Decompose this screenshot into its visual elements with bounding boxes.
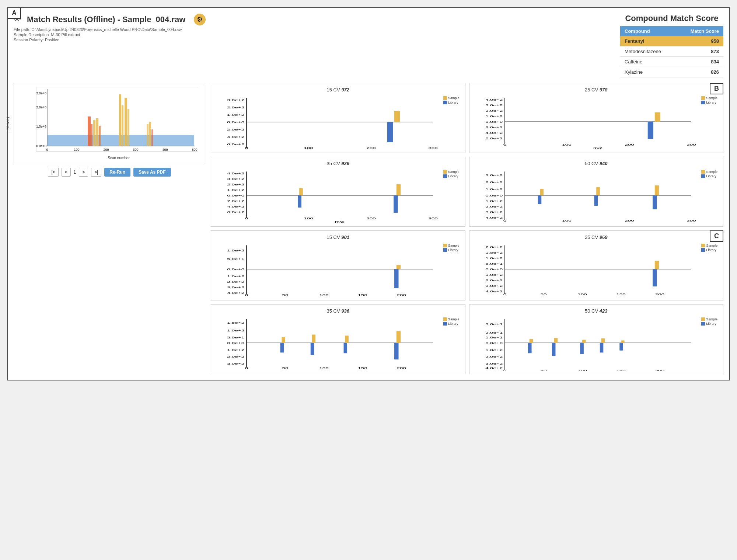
- svg-text:400: 400: [162, 148, 168, 152]
- svg-rect-17: [147, 124, 149, 146]
- svg-rect-14: [122, 105, 123, 146]
- last-page-button[interactable]: >|: [91, 168, 101, 177]
- cv-score-926: 926: [341, 161, 349, 166]
- library-label: Library: [448, 322, 458, 326]
- svg-rect-52: [654, 112, 660, 122]
- svg-text:0.0e+0: 0.0e+0: [485, 268, 503, 271]
- pagination-row: |< < 1 > >| Re-Run Save As PDF: [14, 168, 205, 177]
- chromatogram-chart: 3.0e+8 2.0e+8 1.0e+8 0.0e+0: [36, 87, 198, 153]
- svg-text:3.0e+2: 3.0e+2: [485, 211, 503, 214]
- next-page-button[interactable]: >: [79, 168, 88, 177]
- sample-label: Sample: [448, 244, 460, 247]
- svg-rect-88: [540, 189, 544, 195]
- svg-rect-128: [653, 269, 657, 286]
- library-label: Library: [706, 248, 716, 252]
- svg-text:0: 0: [245, 217, 248, 220]
- svg-text:100: 100: [562, 219, 572, 222]
- svg-text:100: 100: [562, 143, 572, 146]
- svg-text:200: 200: [397, 366, 406, 370]
- section-b-label: B: [710, 83, 723, 94]
- compound-name: Metodesnitazene: [620, 46, 677, 57]
- svg-text:2.0e+2: 2.0e+2: [227, 128, 244, 131]
- sample-legend-box: [701, 244, 705, 247]
- prev-page-button[interactable]: <: [62, 168, 71, 177]
- sample-label: Sample: [448, 170, 460, 174]
- gear-button[interactable]: ⚙: [194, 14, 206, 25]
- svg-text:100: 100: [74, 148, 79, 152]
- svg-text:1.0e+2: 1.0e+2: [227, 275, 244, 278]
- svg-text:0.0e+0: 0.0e+0: [485, 341, 503, 345]
- svg-text:0.0e+0: 0.0e+0: [485, 194, 503, 197]
- sample-legend-box: [701, 96, 705, 100]
- svg-text:1.5e+2: 1.5e+2: [227, 321, 244, 325]
- svg-text:4.0e+2: 4.0e+2: [227, 135, 244, 139]
- chrom-x-label: Scan number: [36, 156, 201, 160]
- chart-card-25cv-969: 25 CV 969 2.0e+2 1.5e+2 1.0e+2 5.0e+1 0.…: [469, 230, 724, 300]
- svg-text:150: 150: [358, 366, 367, 370]
- svg-text:0.0e+0: 0.0e+0: [227, 341, 244, 345]
- svg-rect-148: [280, 343, 284, 352]
- rerun-button[interactable]: Re-Run: [104, 168, 130, 177]
- svg-text:3.0e+2: 3.0e+2: [227, 98, 244, 102]
- svg-text:0.0e+0: 0.0e+0: [227, 268, 244, 271]
- svg-text:2.0e+2: 2.0e+2: [485, 205, 503, 208]
- svg-rect-109: [394, 269, 398, 288]
- corner-label-a: A: [7, 7, 21, 19]
- svg-text:2.0e+2: 2.0e+2: [485, 109, 503, 112]
- chart-title-35cv-926: 35 CV 926: [215, 161, 461, 166]
- library-legend-box: [443, 248, 447, 252]
- sample-legend-label: Sample: [448, 96, 460, 100]
- svg-text:0: 0: [245, 293, 248, 297]
- chart-card-50cv-940: 50 CV 940 3.0e+2 2.0e+2 1.0e+2 0.0e+0 1.…: [469, 157, 724, 227]
- svg-rect-91: [538, 195, 541, 204]
- svg-text:1.0e+2: 1.0e+2: [485, 199, 503, 203]
- chart-grid-row3: 15 CV 901 1.0e+2 5.0e+1 0.0e+0 1.0e+2 2.…: [211, 230, 723, 300]
- cv-score-978: 978: [600, 87, 608, 93]
- svg-text:4.0e+2: 4.0e+2: [485, 131, 503, 135]
- sample-description: Sample Description: M-30 Pill extract: [14, 32, 613, 37]
- svg-text:6.0e+2: 6.0e+2: [227, 143, 244, 146]
- page-number: 1: [74, 170, 76, 175]
- cv-score-969: 969: [600, 234, 608, 240]
- left-panel: Intensity 3.0e+8 2.0e+8 1.0e+8 0.0e+0: [14, 83, 205, 374]
- svg-rect-90: [654, 185, 659, 195]
- svg-text:m/z: m/z: [335, 220, 344, 223]
- svg-rect-10: [93, 120, 95, 146]
- svg-rect-175: [580, 343, 584, 354]
- svg-text:200: 200: [655, 293, 664, 296]
- svg-text:50: 50: [282, 366, 289, 370]
- header-title-row: 👁 Match Results (Offline) - Sample_004.r…: [14, 14, 613, 25]
- chart-card-50cv-423: 50 CV 423 3.0e+1 2.0e+1 1.0e+1 0.0e+0 1.…: [469, 304, 724, 374]
- library-label: Library: [706, 174, 716, 178]
- svg-rect-108: [397, 265, 401, 269]
- svg-text:200: 200: [625, 219, 634, 222]
- svg-rect-168: [529, 339, 533, 343]
- first-page-button[interactable]: |<: [48, 168, 58, 177]
- compound-name: Caffeine: [620, 57, 677, 67]
- sample-label: Sample: [706, 244, 717, 247]
- svg-rect-93: [653, 195, 657, 209]
- svg-text:200: 200: [366, 146, 376, 150]
- svg-text:1.0e+8: 1.0e+8: [36, 125, 46, 128]
- library-legend-box: [701, 174, 705, 178]
- svg-text:2.0e+2: 2.0e+2: [227, 199, 244, 203]
- library-label: Library: [706, 101, 716, 104]
- chart-title-25cv-978: 25 CV 978: [473, 87, 720, 93]
- svg-text:2.0e+2: 2.0e+2: [485, 355, 503, 359]
- cv-score-936: 936: [341, 308, 349, 314]
- svg-text:5.0e+1: 5.0e+1: [227, 336, 244, 339]
- chart-legend-35cv-936: Sample Library: [443, 317, 460, 326]
- svg-text:150: 150: [616, 293, 626, 296]
- compound-name: Xylazine: [620, 67, 677, 77]
- svg-rect-70: [397, 184, 401, 195]
- svg-text:5.0e+1: 5.0e+1: [485, 262, 503, 265]
- svg-text:300: 300: [428, 146, 438, 150]
- svg-text:1.0e+1: 1.0e+1: [485, 336, 503, 339]
- svg-text:100: 100: [319, 366, 329, 370]
- svg-rect-18: [149, 122, 151, 146]
- save-pdf-button[interactable]: Save As PDF: [133, 168, 171, 177]
- main-layout: Intensity 3.0e+8 2.0e+8 1.0e+8 0.0e+0: [14, 83, 723, 374]
- svg-rect-13: [119, 94, 121, 146]
- chart-legend-50cv-423: Sample Library: [701, 317, 717, 326]
- svg-text:2.0e+1: 2.0e+1: [485, 331, 503, 334]
